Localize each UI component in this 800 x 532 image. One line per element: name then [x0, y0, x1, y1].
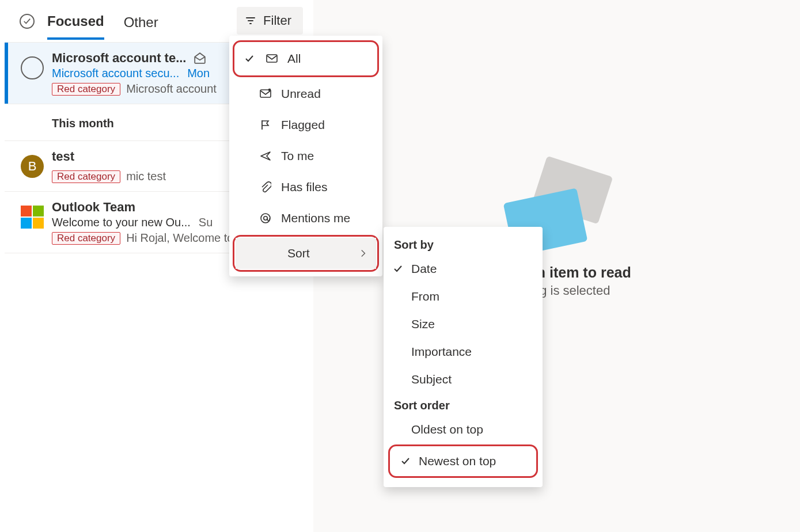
filter-item-label: Has files [281, 180, 328, 194]
sort-item-label: Newest on top [419, 454, 496, 468]
category-tag[interactable]: Red category [52, 170, 120, 183]
sort-item-from[interactable]: From [384, 283, 543, 310]
sort-item-label: Importance [411, 345, 472, 359]
filter-item-label: To me [281, 149, 314, 163]
filter-menu: All Unread Flagged To me Has files Menti… [229, 36, 382, 276]
tab-other[interactable]: Other [124, 4, 158, 39]
sort-heading-sortby: Sort by [384, 233, 543, 255]
filter-item-tome[interactable]: To me [229, 140, 382, 172]
chevron-right-icon [359, 248, 368, 259]
sort-item-label: Oldest on top [411, 423, 483, 436]
sort-item-label: Size [411, 317, 435, 331]
sort-item-size[interactable]: Size [384, 310, 543, 338]
avatar[interactable] [21, 56, 44, 79]
paperclip-icon [260, 181, 271, 193]
selection-bar [5, 43, 8, 104]
check-icon [393, 264, 403, 273]
microsoft-logo-icon[interactable] [21, 206, 44, 229]
sender: test [52, 149, 74, 164]
category-tag[interactable]: Red category [52, 232, 120, 245]
sort-item-importance[interactable]: Importance [384, 338, 543, 366]
filter-item-flagged[interactable]: Flagged [229, 109, 382, 140]
check-icon [23, 17, 31, 25]
avatar[interactable]: B [21, 155, 44, 178]
subject: Welcome to your new Ou... [52, 216, 191, 229]
sort-item-date[interactable]: Date [384, 255, 543, 283]
filter-button[interactable]: Filter [237, 7, 303, 35]
filter-item-label: Mentions me [281, 211, 350, 225]
flag-icon [260, 119, 271, 131]
sort-item-subject[interactable]: Subject [384, 366, 543, 393]
sender: Outlook Team [52, 200, 135, 215]
at-icon [260, 212, 271, 224]
filter-item-label: Unread [281, 87, 321, 101]
envelope-dot-icon [259, 88, 272, 100]
check-icon [244, 54, 255, 63]
envelope-open-icon [193, 52, 207, 64]
filter-item-all[interactable]: All [236, 43, 376, 74]
category-tag[interactable]: Red category [52, 83, 120, 96]
send-icon [259, 150, 272, 162]
sort-item-newest[interactable]: Newest on top [391, 447, 535, 475]
check-icon [400, 457, 411, 466]
envelope-icon [266, 53, 278, 64]
preview: mic test [126, 170, 166, 183]
date: Su [199, 216, 213, 229]
filter-item-hasfiles[interactable]: Has files [229, 172, 382, 203]
subject: Microsoft account secu... [52, 67, 179, 80]
sort-item-label: Subject [411, 373, 452, 386]
filter-button-label: Filter [263, 13, 291, 28]
select-all-toggle[interactable] [20, 14, 35, 29]
sort-item-label: Date [411, 262, 437, 276]
preview: Microsoft account [126, 82, 217, 96]
filter-item-label: All [287, 52, 301, 66]
sort-heading-order: Sort order [384, 393, 543, 416]
filter-item-label: Sort [287, 246, 310, 260]
filter-icon [245, 15, 256, 26]
sort-item-label: From [411, 290, 439, 303]
filter-item-label: Flagged [281, 118, 325, 132]
date: Mon [187, 67, 210, 80]
filter-item-mentions[interactable]: Mentions me [229, 203, 382, 234]
filter-item-unread[interactable]: Unread [229, 78, 382, 109]
sort-item-oldest[interactable]: Oldest on top [384, 416, 543, 443]
sender: Microsoft account te... [52, 51, 186, 66]
filter-item-sort[interactable]: Sort [236, 238, 376, 269]
sort-menu: Sort by Date From Size Importance Subjec… [384, 227, 543, 487]
tab-focused[interactable]: Focused [47, 3, 104, 40]
